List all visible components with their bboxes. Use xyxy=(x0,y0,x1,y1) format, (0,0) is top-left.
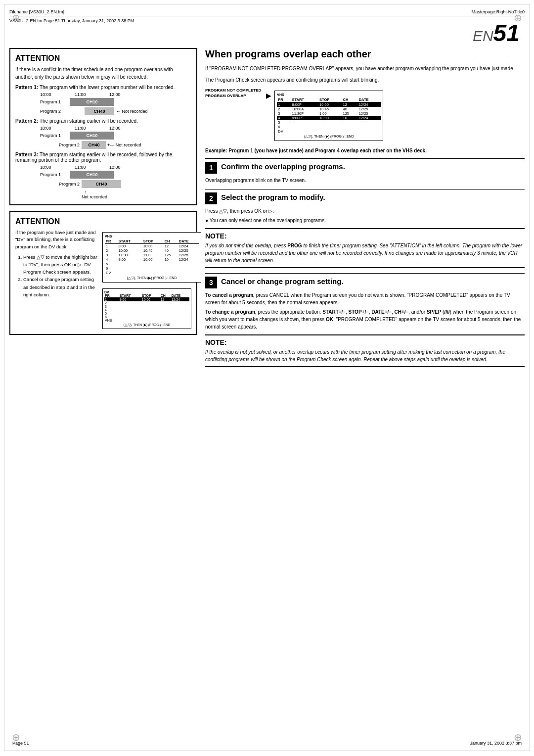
pattern2-bar-ch40: CH40 xyxy=(82,141,106,149)
step1-title: Confirm the overlapping programs. xyxy=(221,162,345,172)
dv-row-vhs: VHS xyxy=(104,319,189,322)
pattern1-bar-ch40: CH40 xyxy=(85,107,114,115)
dv-screen-attention: DV PRSTARTSTOPCHDATE 19:0010:001212/24 2 xyxy=(102,288,191,329)
overlap-vhs-footer: (△,▽), THEN (▶) (PROG.) : END xyxy=(277,135,381,139)
note2-box: NOTE: If the overlap is not yet solved, … xyxy=(205,334,525,367)
attention2-content: If the program you have just made and "D… xyxy=(15,229,191,329)
vhs-screen-attention: VHS PRSTARTSTOPCHDATE 18:0010:001212/24 xyxy=(102,232,201,283)
vhs-title: VHS xyxy=(105,235,199,238)
note1-text: If you do not mind this overlap, press P… xyxy=(205,242,525,264)
right-column: When programs overlap each other If "PRO… xyxy=(205,48,525,371)
overlap-vhs-table: PRSTARTSTOPCHDATE 18:00P10:001212/24 210… xyxy=(277,97,381,134)
step2-desc1: Press △▽, then press OK or ▷. xyxy=(205,207,525,215)
note2-title: NOTE: xyxy=(205,338,525,346)
dv-row-2: 2 xyxy=(104,301,189,305)
step2-header: 2 Select the program to modify. xyxy=(205,189,525,204)
vhs-table: PRSTARTSTOPCHDATE 18:0010:001212/24 210:… xyxy=(105,239,199,275)
attention2-screens: VHS PRSTARTSTOPCHDATE 18:0010:001212/24 xyxy=(102,229,191,329)
page: ⊕ ⊕ ⊕ ⊕ Filename [VS30U_2-EN.fm] Masterp… xyxy=(4,4,530,751)
page-bottom-left: Page 51 xyxy=(12,741,29,746)
overlap-label-line2: PROGRAM OVERLAP xyxy=(205,93,261,98)
note2-text: If the overlap is not yet solved, or ano… xyxy=(205,348,525,363)
step3-cancel-text: To cancel a program, press CANCEL when t… xyxy=(205,291,525,306)
vhs-row-dv: DV xyxy=(105,271,199,275)
bottom-meta: Page 51 January 31, 2002 3:37 pm xyxy=(12,741,522,746)
section-title: When programs overlap each other xyxy=(205,48,525,60)
vhs-row-6: 6 xyxy=(105,266,199,271)
pattern1-bar-ch10: CH10 xyxy=(70,98,114,106)
dv-table: PRSTARTSTOPCHDATE 19:0010:001212/24 2 3 … xyxy=(104,294,189,322)
vhs-row-2: 210:0010:454012/25 xyxy=(105,248,199,253)
overlap-row-2: 210:00A10:454012/25 xyxy=(277,107,381,111)
step3-header: 3 Cancel or change program setting. xyxy=(205,273,525,288)
attention-body: If there is a conflict in the timer sche… xyxy=(15,66,191,81)
corner-mark-tl: ⊕ xyxy=(12,12,20,24)
overlap-row-1: 18:00P10:001212/24 xyxy=(277,102,381,107)
content-area: ATTENTION If there is a conflict in the … xyxy=(9,48,525,371)
overlap-row-4: 49:00P10:001012/24 xyxy=(277,116,381,120)
vhs-row-5: 5 xyxy=(105,262,199,266)
step2-number: 2 xyxy=(205,192,217,204)
pattern3-bar-ch10: CH10 xyxy=(70,171,114,179)
dv-footer: (△,▽), THEN (▶) (PROG.) : END xyxy=(104,323,189,327)
overlap-labels: PROGRAM NOT COMPLETED PROGRAM OVERLAP xyxy=(205,88,261,98)
attention2-step1: Press △▽ to move the highlight bar to "D… xyxy=(23,253,98,276)
intro-text-1: If "PROGRAM NOT COMPLETED PROGRAM OVERLA… xyxy=(205,65,525,72)
step1-desc: Overlapping programs blink on the TV scr… xyxy=(205,177,525,184)
attention-title-2: ATTENTION xyxy=(15,217,191,226)
step2-bullet1: You can only select one of the overlappi… xyxy=(205,217,525,224)
dv-row-5: 5 xyxy=(104,312,189,315)
overlap-row-6: 6 xyxy=(277,125,381,129)
pattern2-label: Pattern 2: The program starting earlier … xyxy=(15,118,191,124)
overlap-arrow: ▶ xyxy=(266,92,271,99)
overlap-label-line1: PROGRAM NOT COMPLETED xyxy=(205,88,261,93)
overlap-screen-container: PROGRAM NOT COMPLETED PROGRAM OVERLAP ▶ … xyxy=(205,88,525,144)
pattern1-label: Pattern 1: The program with the lower pr… xyxy=(15,85,191,90)
dv-row-4: 4 xyxy=(104,308,189,312)
note1-title: NOTE: xyxy=(205,232,525,240)
dv-title: DV xyxy=(104,290,189,294)
vhs-footer: (△,▽), THEN (▶) (PROG.) : END xyxy=(105,276,199,280)
page-number: EN51 xyxy=(473,19,520,47)
attention2-step2: Cancel or change program setting as desc… xyxy=(23,276,98,298)
left-column: ATTENTION If there is a conflict in the … xyxy=(9,48,197,371)
overlap-example: Example: Program 1 (you have just made) … xyxy=(205,148,525,153)
vhs-row-4: 49:0010:001012/24 xyxy=(105,257,199,262)
step3-title: Cancel or change program setting. xyxy=(221,277,344,286)
top-meta: Filename [VS30U_2-EN.fm] Masterpage:Righ… xyxy=(9,9,525,16)
note1-box: NOTE: If you do not mind this overlap, p… xyxy=(205,228,525,268)
vhs-row-1: 18:0010:001212/24 xyxy=(105,244,199,249)
step1-number: 1 xyxy=(205,162,217,174)
overlap-row-5: 5 xyxy=(277,120,381,125)
step3-number: 3 xyxy=(205,277,217,288)
step2-title: Select the program to modify. xyxy=(221,192,325,202)
page-bottom-right: January 31, 2002 3:37 pm xyxy=(470,741,522,746)
overlap-row-dv: DV xyxy=(277,129,381,134)
overlap-row-3: 311:30P1:0012512/25 xyxy=(277,111,381,116)
attention-box-1: ATTENTION If there is a conflict in the … xyxy=(9,48,197,205)
step3-change-text: To change a program, press the appropria… xyxy=(205,308,525,331)
attention-title-1: ATTENTION xyxy=(15,54,191,63)
dv-row-6: 6 xyxy=(104,315,189,319)
intro-text-2: The Program Check screen appears and con… xyxy=(205,76,525,84)
step2-bullets: You can only select one of the overlappi… xyxy=(205,217,525,224)
dv-row-3: 3 xyxy=(104,305,189,308)
step1-header: 1 Confirm the overlapping programs. xyxy=(205,158,525,174)
dv-row-1: 19:0010:001212/24 xyxy=(104,298,189,302)
pattern2-bar-ch10: CH10 xyxy=(70,132,114,140)
overlap-vhs-screen: VHS PRSTARTSTOPCHDATE 18:00P10:001212/24… xyxy=(274,91,383,141)
overlap-vhs-title: VHS xyxy=(277,93,381,96)
en-label: EN xyxy=(473,28,493,44)
vhs-row-3: 311:301:0012512/25 xyxy=(105,253,199,257)
attention-box-2: ATTENTION If the program you have just m… xyxy=(9,211,197,335)
attention2-steps: Press △▽ to move the highlight bar to "D… xyxy=(15,253,98,298)
pattern3-bar-ch40: CH40 xyxy=(82,180,121,188)
attention2-text: If the program you have just made and "D… xyxy=(15,229,98,329)
pattern3-label: Pattern 3: The program starting earlier … xyxy=(15,152,191,163)
fileline-label: VS30U_2-EN.fm Page 51 Thursday, January … xyxy=(9,18,525,23)
